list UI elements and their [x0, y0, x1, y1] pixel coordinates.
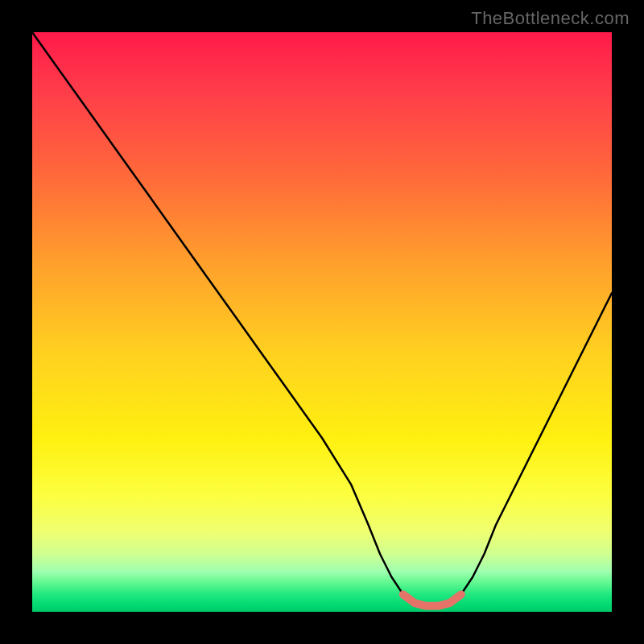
bottleneck-curve: [32, 32, 612, 612]
watermark-text: TheBottleneck.com: [471, 8, 630, 29]
curve-line: [32, 32, 612, 606]
chart-plot-area: [32, 32, 612, 612]
curve-trough-segment: [403, 594, 461, 605]
